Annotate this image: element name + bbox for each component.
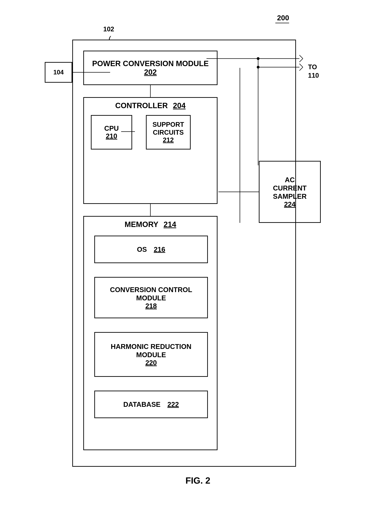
svg-line-12	[299, 55, 303, 59]
box-202: POWER CONVERSION MODULE 202	[83, 51, 218, 85]
box-218: CONVERSION CONTROLMODULE 218	[94, 277, 208, 318]
diagram: 200 102 ( POWER CONVERSION MODULE 202 CO…	[34, 14, 361, 496]
box-224-number: 224	[284, 200, 296, 208]
label-to-110: TO110	[308, 63, 319, 80]
box-212-title: SUPPORTCIRCUITS	[153, 121, 184, 136]
box-210-title: CPU	[104, 124, 119, 132]
box-224: ACCURRENTSAMPLER 224	[259, 161, 321, 223]
box-214-label: MEMORY 214	[125, 220, 176, 229]
box-204: CONTROLLER 204 CPU 210 SUPPORTCIRCUITS 2…	[83, 97, 218, 204]
box-222-title: DATABASE	[123, 401, 160, 408]
label-200: 200	[277, 14, 289, 22]
box-214: MEMORY 214 OS 216 CONVERSION CONTROLMODU…	[83, 216, 218, 450]
box-216-title: OS	[137, 246, 147, 253]
box-204-title: CONTROLLER	[115, 101, 168, 110]
box-214-number: 214	[163, 220, 176, 229]
box-220-title: HARMONIC REDUCTIONMODULE	[111, 342, 191, 359]
box-210: CPU 210	[91, 115, 132, 149]
box-210-number: 210	[106, 132, 117, 140]
box-216-number: 216	[154, 246, 165, 253]
box-220: HARMONIC REDUCTIONMODULE 220	[94, 332, 208, 377]
box-202-title: POWER CONVERSION MODULE	[92, 59, 209, 68]
box-222: DATABASE 222	[94, 391, 208, 418]
box-212-number: 212	[163, 136, 174, 144]
box-204-label: CONTROLLER 204	[115, 101, 186, 110]
box-216: OS 216	[94, 236, 208, 263]
fig-label: FIG. 2	[186, 475, 210, 486]
box-104: 104	[45, 62, 72, 83]
box-222-number: 222	[168, 401, 179, 408]
outer-box-200: POWER CONVERSION MODULE 202 CONTROLLER 2…	[72, 40, 296, 467]
svg-line-15	[299, 67, 303, 71]
box-104-label: 104	[53, 69, 64, 76]
box-220-number: 220	[145, 359, 157, 367]
box-214-title: MEMORY	[125, 220, 158, 229]
box-224-title: ACCURRENTSAMPLER	[273, 176, 307, 200]
label-200-underline	[275, 23, 289, 23]
box-212: SUPPORTCIRCUITS 212	[146, 115, 191, 149]
svg-line-14	[299, 64, 303, 67]
box-218-number: 218	[145, 302, 157, 310]
box-218-title: CONVERSION CONTROLMODULE	[110, 285, 192, 302]
label-102: 102	[103, 25, 114, 33]
box-202-number: 202	[144, 68, 157, 76]
box-204-number: 204	[173, 101, 186, 110]
svg-line-13	[299, 59, 303, 62]
